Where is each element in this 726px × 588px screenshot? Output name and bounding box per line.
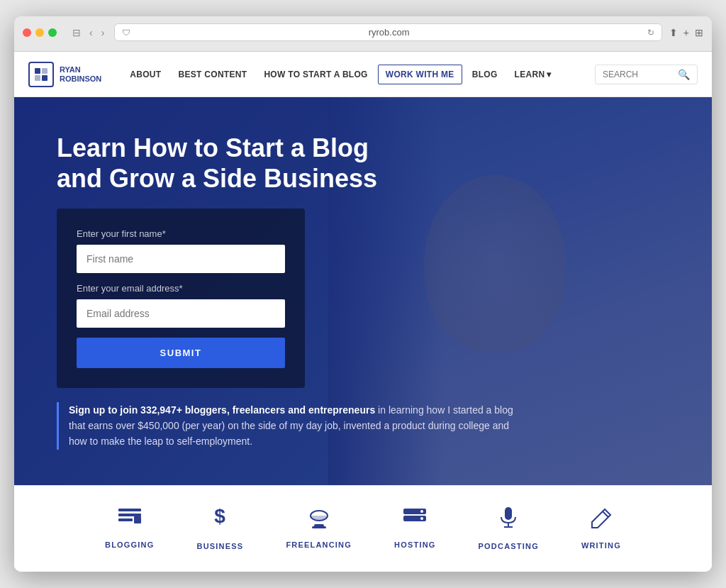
nav-best-content[interactable]: BEST CONTENT bbox=[171, 65, 254, 84]
svg-rect-1 bbox=[42, 68, 48, 74]
svg-text:$: $ bbox=[215, 507, 226, 527]
categories-strip: BLOGGING $ BUSINESS bbox=[14, 485, 712, 572]
nav-about[interactable]: ABOUT bbox=[123, 65, 168, 84]
website: RYANROBINSON ABOUT BEST CONTENT HOW TO S… bbox=[14, 51, 712, 572]
writing-icon bbox=[591, 508, 612, 534]
svg-rect-2 bbox=[35, 75, 40, 81]
first-name-label: Enter your first name* bbox=[77, 228, 285, 239]
nav-work-with-me[interactable]: WORK WITH ME bbox=[378, 65, 462, 84]
freelancing-icon bbox=[307, 509, 331, 533]
business-icon: $ bbox=[210, 507, 230, 535]
search-button[interactable]: 🔍 bbox=[678, 69, 690, 80]
hosting-icon bbox=[403, 509, 426, 533]
category-blogging[interactable]: BLOGGING bbox=[105, 509, 155, 549]
svg-point-15 bbox=[420, 517, 423, 520]
forward-button[interactable]: › bbox=[99, 26, 108, 40]
nav-blog[interactable]: BLOG bbox=[465, 65, 505, 84]
svg-rect-5 bbox=[118, 514, 141, 516]
svg-rect-11 bbox=[312, 526, 326, 528]
first-name-input[interactable] bbox=[77, 245, 285, 273]
logo[interactable]: RYANROBINSON bbox=[28, 62, 101, 87]
category-writing[interactable]: WRITING bbox=[581, 508, 621, 550]
svg-point-14 bbox=[420, 510, 423, 513]
freelancing-label: FREELANCING bbox=[286, 540, 352, 549]
svg-rect-0 bbox=[35, 68, 40, 74]
address-bar[interactable]: 🛡 ryrob.com ↻ bbox=[114, 23, 661, 41]
hero-section: Learn How to Start a Blog and Grow a Sid… bbox=[14, 97, 712, 485]
search-bar: 🔍 bbox=[595, 65, 698, 84]
logo-icon bbox=[28, 62, 54, 87]
podcasting-icon bbox=[498, 507, 518, 535]
minimize-button[interactable] bbox=[35, 28, 44, 37]
podcasting-label: PODCASTING bbox=[479, 542, 539, 550]
maximize-button[interactable] bbox=[48, 28, 57, 37]
back-button[interactable]: ‹ bbox=[86, 26, 96, 40]
navigation: RYANROBINSON ABOUT BEST CONTENT HOW TO S… bbox=[14, 52, 712, 97]
browser-controls: ⊟ ‹ › bbox=[69, 26, 107, 40]
hosting-label: HOSTING bbox=[394, 540, 436, 549]
nav-learn[interactable]: LEARN ▾ bbox=[508, 65, 559, 84]
security-icon: 🛡 bbox=[122, 28, 130, 38]
svg-rect-16 bbox=[505, 507, 512, 520]
writing-label: WRITING bbox=[581, 541, 621, 550]
hero-title: Learn How to Start a Blog and Grow a Sid… bbox=[57, 133, 411, 194]
category-freelancing[interactable]: FREELANCING bbox=[286, 509, 352, 549]
tab-switcher-button[interactable]: ⊟ bbox=[69, 26, 84, 40]
browser-tabs bbox=[23, 45, 703, 51]
blogging-icon bbox=[118, 509, 141, 533]
browser-right-controls: ⬆ + ⊞ bbox=[669, 27, 703, 38]
traffic-lights bbox=[23, 28, 57, 37]
browser-top-bar: ⊟ ‹ › 🛡 ryrob.com ↻ ⬆ + ⊞ bbox=[23, 23, 703, 41]
browser-window: ⊟ ‹ › 🛡 ryrob.com ↻ ⬆ + ⊞ bbox=[14, 16, 712, 572]
close-button[interactable] bbox=[23, 28, 31, 37]
tagline-bold: Sign up to join 332,947+ bloggers, freel… bbox=[69, 404, 375, 416]
grid-button[interactable]: ⊞ bbox=[695, 27, 703, 38]
svg-rect-6 bbox=[118, 518, 133, 521]
business-label: BUSINESS bbox=[197, 542, 244, 550]
svg-rect-7 bbox=[134, 516, 141, 523]
svg-rect-4 bbox=[118, 509, 141, 511]
blogging-label: BLOGGING bbox=[105, 540, 155, 549]
category-business[interactable]: $ BUSINESS bbox=[197, 507, 244, 550]
chevron-down-icon: ▾ bbox=[547, 70, 551, 79]
email-label: Enter your email address* bbox=[77, 283, 285, 294]
hero-form: Enter your first name* Enter your email … bbox=[57, 209, 305, 388]
category-podcasting[interactable]: PODCASTING bbox=[479, 507, 539, 550]
nav-links: ABOUT BEST CONTENT HOW TO START A BLOG W… bbox=[123, 65, 595, 84]
browser-chrome: ⊟ ‹ › 🛡 ryrob.com ↻ ⬆ + ⊞ bbox=[14, 16, 712, 51]
logo-text: RYANROBINSON bbox=[60, 65, 101, 84]
hero-content: Learn How to Start a Blog and Grow a Sid… bbox=[57, 133, 518, 450]
email-input[interactable] bbox=[77, 299, 285, 328]
share-button[interactable]: ⬆ bbox=[669, 27, 678, 38]
search-input[interactable] bbox=[603, 70, 674, 79]
category-hosting[interactable]: HOSTING bbox=[394, 509, 436, 549]
url-text: ryrob.com bbox=[135, 27, 642, 38]
nav-how-to-start[interactable]: HOW TO START A BLOG bbox=[257, 65, 374, 84]
new-tab-button[interactable]: + bbox=[683, 27, 689, 38]
reload-icon[interactable]: ↻ bbox=[647, 28, 654, 38]
hero-tagline: Sign up to join 332,947+ bloggers, freel… bbox=[57, 402, 518, 450]
submit-button[interactable]: SUBMIT bbox=[77, 338, 285, 368]
svg-rect-3 bbox=[42, 75, 48, 81]
